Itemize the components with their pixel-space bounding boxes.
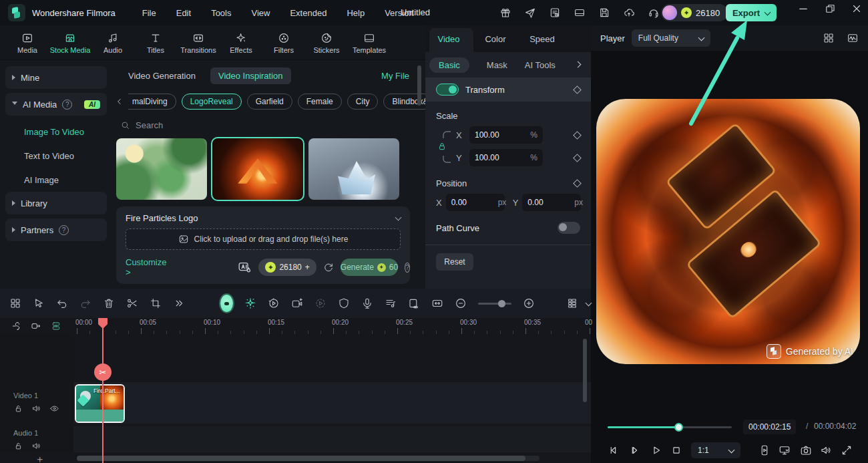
tag-logoreveal[interactable]: LogoReveal — [182, 94, 242, 110]
tab-filters[interactable]: Filters — [267, 29, 300, 59]
keyframe-diamond-icon[interactable] — [573, 131, 582, 140]
audio-mixer-icon[interactable] — [385, 297, 397, 309]
aspect-ratio-dropdown[interactable]: 1:1 — [691, 442, 740, 458]
tag-city[interactable]: City — [347, 94, 379, 110]
search-bar[interactable] — [112, 110, 417, 130]
support-headset-icon[interactable] — [646, 5, 662, 21]
avatar[interactable] — [662, 5, 677, 20]
refresh-icon[interactable] — [323, 262, 334, 273]
snapshot-camera-icon[interactable] — [798, 442, 814, 458]
fit-timeline-icon[interactable] — [431, 297, 443, 309]
timeline-zoom-slider[interactable] — [478, 303, 511, 305]
organize-tracks-icon[interactable] — [51, 321, 61, 331]
scale-y-field[interactable]: % — [469, 149, 543, 166]
minimize-button[interactable] — [797, 3, 809, 15]
stop-button[interactable] — [668, 442, 684, 458]
tag-garfield[interactable]: Garfield — [247, 94, 292, 110]
save-icon[interactable] — [596, 5, 612, 21]
sidebar-item-partners[interactable]: Partners ? — [5, 218, 107, 241]
select-cursor-icon[interactable] — [33, 297, 45, 309]
ai-enhance-icon[interactable] — [244, 297, 256, 309]
subtabs-more-icon[interactable] — [575, 61, 582, 67]
sidebar-item-text-to-video[interactable]: Text to Video — [5, 144, 107, 168]
link-clips-icon[interactable] — [31, 321, 41, 331]
audio-track-lane[interactable] — [73, 426, 591, 452]
media-browser-icon[interactable] — [9, 297, 21, 309]
template-card-ice[interactable] — [308, 138, 399, 200]
account-coins-badge[interactable]: 26180 — [661, 4, 728, 21]
zoom-out-icon[interactable] — [455, 297, 467, 309]
help-icon[interactable]: ? — [62, 100, 72, 110]
sidebar-item-library[interactable]: Library — [5, 192, 107, 214]
delete-icon[interactable] — [103, 297, 115, 309]
render-preview-icon[interactable] — [314, 297, 327, 309]
menu-help[interactable]: Help — [347, 8, 365, 18]
task-list-icon[interactable] — [547, 5, 563, 21]
add-coins[interactable]: + — [305, 263, 310, 272]
sidebar-item-mine[interactable]: Mine — [5, 66, 107, 89]
help-icon[interactable]: ? — [59, 225, 69, 235]
crop-icon[interactable] — [150, 297, 162, 309]
timeline-horizontal-scrollbar[interactable] — [77, 456, 539, 461]
tab-stock-media[interactable]: Stock Media — [53, 29, 87, 59]
layout-icon[interactable] — [572, 5, 588, 21]
lock-track-icon[interactable] — [13, 404, 23, 414]
video-preview[interactable]: Generated by AI — [596, 99, 860, 364]
library-scrollbar[interactable] — [417, 65, 421, 106]
tab-video[interactable]: Video — [425, 34, 472, 44]
position-y-field[interactable]: px — [522, 194, 581, 211]
tab-audio[interactable]: Audio — [96, 29, 130, 59]
reset-button[interactable]: Reset — [436, 253, 473, 271]
voiceover-mic-icon[interactable] — [361, 297, 373, 309]
position-x-input[interactable] — [451, 198, 498, 207]
track-manager-icon[interactable] — [566, 297, 578, 309]
keyframe-diamond-icon[interactable] — [573, 154, 582, 162]
add-track-button[interactable]: ＋ — [35, 453, 45, 463]
previous-frame-button[interactable] — [606, 442, 622, 458]
more-tools-icon[interactable] — [173, 297, 185, 309]
transform-toggle[interactable] — [436, 84, 459, 96]
tab-titles[interactable]: Titles — [139, 29, 172, 59]
next-frame-button[interactable] — [627, 442, 643, 458]
speed-ramp-icon[interactable] — [268, 297, 280, 309]
timeline-ruler[interactable]: 00:00 00:05 00:10 00:15 00:20 00:25 00:3… — [73, 318, 591, 334]
zoom-in-icon[interactable] — [523, 297, 535, 309]
tags-scroll-left-icon[interactable] — [115, 97, 123, 106]
chevron-down-icon[interactable] — [586, 299, 592, 306]
external-display-icon[interactable] — [777, 442, 793, 458]
playback-progress-bar[interactable] — [608, 426, 732, 428]
upload-dropzone[interactable]: Click to upload or drag and drop file(s)… — [126, 228, 401, 250]
customize-link[interactable]: Customize > — [126, 257, 166, 277]
tab-video-inspiration[interactable]: Video Inspiration — [210, 67, 291, 84]
hide-track-icon[interactable] — [49, 404, 59, 414]
restore-button[interactable] — [824, 3, 836, 15]
mobile-preview-icon[interactable] — [756, 442, 773, 458]
volume-icon[interactable] — [818, 442, 834, 458]
position-y-input[interactable] — [527, 198, 574, 207]
tag-maldiving[interactable]: malDiving — [128, 94, 176, 110]
mute-track-icon[interactable] — [31, 441, 41, 451]
record-icon[interactable] — [291, 297, 303, 309]
menu-view[interactable]: View — [251, 8, 270, 18]
tab-media[interactable]: Media — [11, 29, 44, 59]
close-button[interactable] — [851, 3, 863, 15]
scale-lock[interactable] — [436, 126, 453, 172]
my-file-link[interactable]: My File — [381, 71, 409, 81]
multiview-icon[interactable] — [823, 32, 835, 44]
share-icon[interactable] — [522, 5, 538, 21]
ai-image-option-icon[interactable] — [237, 260, 252, 275]
ripple-edit-icon[interactable] — [11, 321, 21, 331]
mask-shield-icon[interactable] — [338, 297, 350, 309]
timeline-clip-fire-particles[interactable]: Fire.Part... — [75, 384, 125, 423]
redo-icon[interactable] — [79, 297, 91, 309]
tag-female[interactable]: Female — [298, 94, 342, 110]
timeline-vertical-scrollbar[interactable] — [583, 339, 587, 402]
split-at-playhead-button[interactable]: ✂ — [94, 363, 112, 381]
generator-coins-badge[interactable]: 26180 + — [258, 259, 316, 276]
menu-tools[interactable]: Tools — [211, 8, 231, 18]
sidebar-item-image-to-video[interactable]: Image To Video — [5, 120, 107, 144]
template-card-fire-selected[interactable] — [212, 138, 303, 200]
path-curve-toggle[interactable] — [558, 222, 580, 234]
tab-video-generation[interactable]: Video Generation — [120, 67, 204, 84]
search-input[interactable] — [136, 120, 269, 130]
